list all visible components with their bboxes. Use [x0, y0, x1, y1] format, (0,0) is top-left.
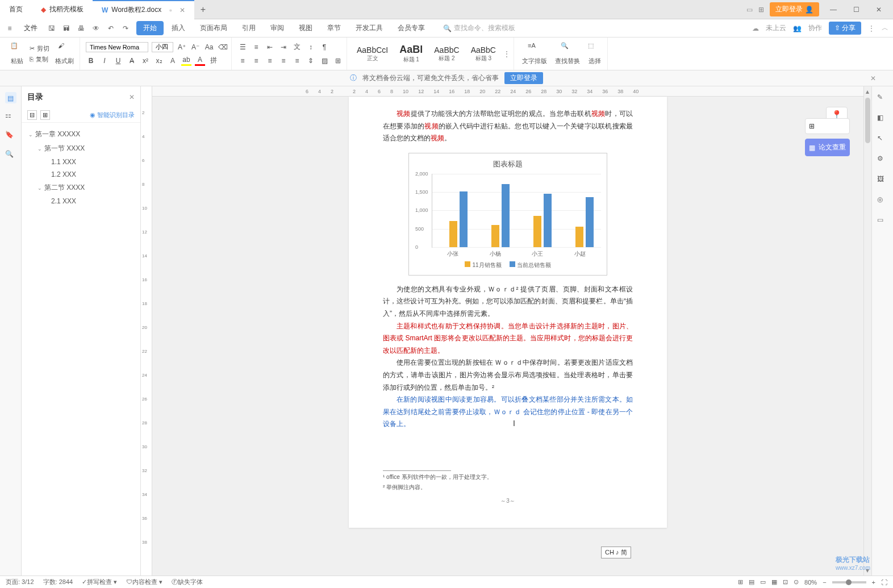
cloud-status[interactable]: 未上云 [766, 23, 786, 33]
print-preview-icon[interactable]: 👁 [91, 23, 101, 34]
apps-icon[interactable]: ⊞ [758, 6, 764, 14]
zoom-in-icon[interactable]: + [872, 579, 875, 586]
vertical-ruler[interactable]: 2468101214161820222426283032343638 [141, 86, 152, 576]
ribbon-tab-layout[interactable]: 页面布局 [193, 21, 234, 35]
status-content-check[interactable]: 🛡内容检查 ▾ [126, 578, 162, 586]
collapse-all-icon[interactable]: ⊞ [40, 110, 50, 120]
subscript-icon[interactable]: x₂ [154, 56, 164, 66]
view-mode-3-icon[interactable]: ▭ [760, 578, 766, 586]
menu-icon[interactable]: ≡ [5, 23, 15, 34]
status-missing-font[interactable]: Ⓕ缺失字体 [172, 578, 203, 586]
ribbon-tab-devtools[interactable]: 开发工具 [349, 21, 390, 35]
file-menu[interactable]: 文件 [19, 23, 42, 33]
banner-close-icon[interactable]: ✕ [870, 74, 876, 82]
document-scroll[interactable]: 642246810121416182022242628303234363840 … [152, 86, 863, 576]
tab-home[interactable]: 首页 [0, 0, 32, 19]
scroll-up-icon[interactable]: ▴ [866, 87, 869, 95]
style-heading2[interactable]: AaBbC 标题 2 [430, 44, 463, 64]
horizontal-ruler[interactable]: 642246810121416182022242628303234363840 [152, 86, 863, 97]
tree-item-2-1[interactable]: 2.1 XXX [24, 195, 138, 207]
scrollbar-thumb[interactable] [865, 98, 870, 143]
font-color-icon[interactable]: A [195, 56, 205, 66]
tree-item-chapter1[interactable]: ⌄第一章 XXXXX [24, 127, 138, 141]
font-size-select[interactable] [152, 42, 173, 52]
change-case-icon[interactable]: Aa [204, 42, 214, 52]
page[interactable]: 视频提供了功能强大的方法帮助您证明您的观点。当您单击联机视频时，可以在想要添加的… [349, 97, 667, 528]
copy-button[interactable]: ⎘复制 [30, 55, 49, 64]
login-button[interactable]: 立即登录 👤 [770, 2, 819, 16]
superscript-icon[interactable]: x² [140, 56, 151, 66]
view-mode-1-icon[interactable]: ⊞ [738, 578, 743, 586]
decrease-font-icon[interactable]: A⁻ [190, 42, 201, 52]
ribbon-tab-start[interactable]: 开始 [136, 21, 164, 35]
sort-icon[interactable]: ↕ [306, 42, 316, 52]
save-icon[interactable]: 🖫 [47, 23, 57, 34]
collab-icon[interactable]: 👥 [793, 24, 802, 32]
command-search[interactable]: 🔍 查找命令、搜索模板 [443, 23, 515, 33]
smart-outline-button[interactable]: ◉ 智能识别目录 [90, 111, 135, 119]
paste-button[interactable]: 📋 粘贴 [8, 40, 26, 68]
maximize-button[interactable]: ☐ [848, 6, 865, 14]
select-button[interactable]: ⬚ 选择 [586, 40, 604, 68]
line-spacing-icon[interactable]: ⇕ [306, 56, 316, 66]
zoom-out-icon[interactable]: − [823, 579, 826, 586]
format-painter-button[interactable]: 🖌 格式刷 [53, 40, 76, 68]
text-effect-icon[interactable]: A [168, 56, 178, 66]
bullets-icon[interactable]: ☰ [237, 42, 248, 52]
tree-item-section1[interactable]: ⌄第一节 XXXX [24, 141, 138, 156]
ime-indicator[interactable]: CH ♪ 简 [601, 547, 631, 558]
thesis-check-button[interactable]: ▦ 论文查重 [805, 139, 850, 156]
status-spell[interactable]: ✓拼写检查 ▾ [82, 578, 117, 586]
zoom-fit-icon[interactable]: ⊙ [794, 578, 799, 586]
bookmark-rail-icon[interactable]: ⚏ [5, 111, 16, 123]
layout-icon[interactable]: ▭ [746, 6, 753, 14]
bold-icon[interactable]: B [86, 56, 96, 66]
settings-rail-icon[interactable]: ⚙ [877, 155, 888, 166]
tree-item-1-1[interactable]: 1.1 XXX [24, 156, 138, 168]
collapse-ribbon-icon[interactable]: ︿ [882, 23, 888, 33]
text-direction-icon[interactable]: 文 [292, 42, 302, 52]
align-right-icon[interactable]: ≡ [265, 56, 275, 66]
decrease-indent-icon[interactable]: ⇤ [265, 42, 275, 52]
zoom-slider[interactable] [832, 581, 866, 583]
tab-close-icon[interactable]: ✕ [180, 6, 185, 14]
share-button[interactable]: ⇧ 分享 [829, 22, 861, 35]
view-mode-5-icon[interactable]: ⊡ [783, 578, 788, 586]
bookmark2-rail-icon[interactable]: 🔖 [5, 131, 16, 142]
target-rail-icon[interactable]: ◎ [877, 195, 888, 207]
search-rail-icon[interactable]: 🔍 [5, 150, 16, 161]
increase-font-icon[interactable]: A⁺ [177, 42, 187, 52]
tree-item-1-2[interactable]: 1.2 XXX [24, 168, 138, 181]
more-icon[interactable]: ⋮ [868, 24, 875, 32]
style-heading1[interactable]: AaBl 标题 1 [395, 42, 427, 65]
outline-rail-icon[interactable]: ▤ [5, 92, 16, 103]
underline-icon[interactable]: U [113, 56, 123, 66]
redo-icon[interactable]: ↷ [120, 23, 131, 34]
view-mode-2-icon[interactable]: ▤ [749, 578, 754, 586]
ribbon-tab-member[interactable]: 会员专享 [391, 21, 432, 35]
ribbon-tab-insert[interactable]: 插入 [165, 21, 192, 35]
close-button[interactable]: ✕ [870, 6, 887, 14]
status-words[interactable]: 字数: 2844 [43, 578, 73, 586]
banner-login-button[interactable]: 立即登录 [504, 72, 543, 84]
zoom-level[interactable]: 80% [804, 579, 817, 586]
tree-item-section2[interactable]: ⌄第二节 XXXX [24, 181, 138, 195]
numbering-icon[interactable]: ≡ [251, 42, 261, 52]
font-family-select[interactable] [86, 42, 148, 52]
fullscreen-icon[interactable]: ⛶ [881, 579, 887, 586]
distribute-icon[interactable]: ≡ [292, 56, 302, 66]
ribbon-tab-section[interactable]: 章节 [320, 21, 348, 35]
find-replace-button[interactable]: 🔍 查找替换 [553, 40, 582, 68]
float-btn-1[interactable]: ⊞ [805, 118, 850, 134]
tab-document[interactable]: W Word教程2.docx ▫ ✕ [93, 0, 194, 19]
style-normal[interactable]: AaBbCcI 正文 [353, 44, 392, 64]
print-icon[interactable]: 🖶 [76, 23, 86, 34]
minimize-button[interactable]: — [825, 6, 842, 14]
clear-format-icon[interactable]: ⌫ [218, 42, 228, 52]
tab-menu-icon[interactable]: ▫ [169, 6, 172, 14]
align-left-icon[interactable]: ≡ [237, 56, 248, 66]
clip-rail-icon[interactable]: 🖼 [877, 175, 888, 186]
ribbon-tab-review[interactable]: 审阅 [264, 21, 291, 35]
strikethrough-icon[interactable]: A̶ [127, 56, 137, 66]
view-mode-4-icon[interactable]: ▦ [771, 578, 777, 586]
